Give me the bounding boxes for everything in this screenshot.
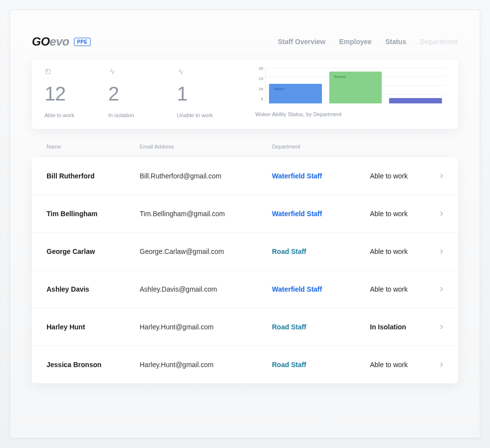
metric-label: Unable to work <box>177 112 241 118</box>
cell-name: Tim Bellingham <box>47 210 140 218</box>
chevron-right-icon[interactable] <box>429 286 443 292</box>
staff-table: Bill RutherfordBill.Rutherford@gmail.com… <box>32 157 458 383</box>
cell-status: Able to work <box>370 285 429 293</box>
chevron-right-icon[interactable] <box>429 211 443 217</box>
chevron-right-icon[interactable] <box>429 173 443 179</box>
top-nav: Staff OverviewEmployeeStatusDepartment <box>278 38 458 46</box>
table-row[interactable]: Tim BellinghamTim.Bellingham@gmail.comWa… <box>32 195 458 233</box>
cell-name: Jessica Bronson <box>47 361 140 369</box>
cell-status: Able to work <box>370 361 429 369</box>
metric-label: In isolation <box>108 112 172 118</box>
chevron-right-icon[interactable] <box>429 249 443 254</box>
cell-status: Able to work <box>370 248 429 255</box>
table-row[interactable]: George CarlawGeorge.Carlaw@gmail.comRoad… <box>32 233 458 271</box>
cell-name: Harley Hunt <box>47 323 140 331</box>
cell-email: Tim.Bellingham@gmail.com <box>140 210 272 218</box>
chart-bar: Water <box>269 84 322 103</box>
col-dept: Department <box>272 144 370 149</box>
header: GOevo PPE Staff OverviewEmployeeStatusDe… <box>32 23 458 59</box>
badge-icon <box>45 68 103 76</box>
cell-name: Bill Rutherford <box>47 172 140 180</box>
chart-caption: Woker Ability Status, by Department <box>255 111 445 117</box>
metric-label: Able to work <box>45 112 103 118</box>
logo-go: GOevo <box>32 35 69 49</box>
metric-value: 12 <box>45 84 103 103</box>
y-tick: 5 <box>255 97 263 101</box>
cell-name: George Carlaw <box>47 248 140 255</box>
chart-y-axis: 2015105 <box>255 66 265 101</box>
cell-name: Ashley Davis <box>47 285 140 293</box>
app-frame: GOevo PPE Staff OverviewEmployeeStatusDe… <box>10 10 480 438</box>
metrics-card: 12Able to work2In isolation1Unable to wo… <box>32 59 458 129</box>
chart-bar: Roads <box>329 72 382 103</box>
cell-email: George.Carlaw@gmail.com <box>140 248 272 255</box>
table-row[interactable]: Ashley DavisAshley.Davis@gmail.comWaterf… <box>32 271 458 308</box>
metric-unable-to-work: 1Unable to work <box>177 68 241 118</box>
table-row[interactable]: Jessica BronsonHarley.Hunt@gmail.comRoad… <box>32 346 458 383</box>
nav-item-staff-overview[interactable]: Staff Overview <box>278 38 325 46</box>
pulse-icon <box>177 68 241 76</box>
cell-dept: Road Staff <box>272 361 370 369</box>
metric-able-to-work: 12Able to work <box>45 68 103 118</box>
bar-label: Roads <box>334 75 346 79</box>
chart-plot: WaterRoads <box>265 68 445 103</box>
chevron-right-icon[interactable] <box>429 362 443 368</box>
logo: GOevo PPE <box>32 35 91 49</box>
nav-item-status[interactable]: Status <box>385 38 406 46</box>
metric-value: 2 <box>108 84 172 103</box>
pulse-icon <box>108 68 172 76</box>
chart-bar <box>389 98 442 103</box>
cell-email: Harley.Hunt@gmail.com <box>140 323 272 331</box>
cell-status: In Isolation <box>370 323 429 331</box>
y-tick: 15 <box>255 76 263 81</box>
cell-dept: Waterfield Staff <box>272 172 370 180</box>
table-row[interactable]: Bill RutherfordBill.Rutherford@gmail.com… <box>32 157 458 195</box>
cell-status: Able to work <box>370 172 429 180</box>
cell-email: Bill.Rutherford@gmail.com <box>140 172 272 180</box>
table-header: Name Email Address Department <box>32 144 458 157</box>
metric-in-isolation: 2In isolation <box>108 68 172 118</box>
col-name: Name <box>47 144 140 149</box>
cell-dept: Road Staff <box>272 248 370 255</box>
cell-dept: Road Staff <box>272 323 370 331</box>
svg-rect-1 <box>47 70 48 71</box>
nav-item-employee[interactable]: Employee <box>339 38 371 46</box>
logo-badge: PPE <box>74 38 91 46</box>
chevron-right-icon[interactable] <box>429 324 443 330</box>
cell-email: Ashley.Davis@gmail.com <box>140 285 272 293</box>
cell-email: Harley.Hunt@gmail.com <box>140 361 272 369</box>
bar-label: Water <box>274 87 285 91</box>
y-tick: 10 <box>255 87 263 91</box>
col-email: Email Address <box>140 144 272 149</box>
col-status <box>370 144 429 149</box>
y-tick: 20 <box>255 66 263 71</box>
nav-item-department[interactable]: Department <box>420 38 458 46</box>
cell-dept: Waterfield Staff <box>272 285 370 293</box>
metric-value: 1 <box>177 84 241 103</box>
dept-bar-chart: 2015105 WaterRoads <box>255 68 445 103</box>
table-row[interactable]: Harley HuntHarley.Hunt@gmail.comRoad Sta… <box>32 308 458 346</box>
cell-status: Able to work <box>370 210 429 218</box>
chart-panel: 2015105 WaterRoads Woker Ability Status,… <box>245 68 445 118</box>
cell-dept: Waterfield Staff <box>272 210 370 218</box>
